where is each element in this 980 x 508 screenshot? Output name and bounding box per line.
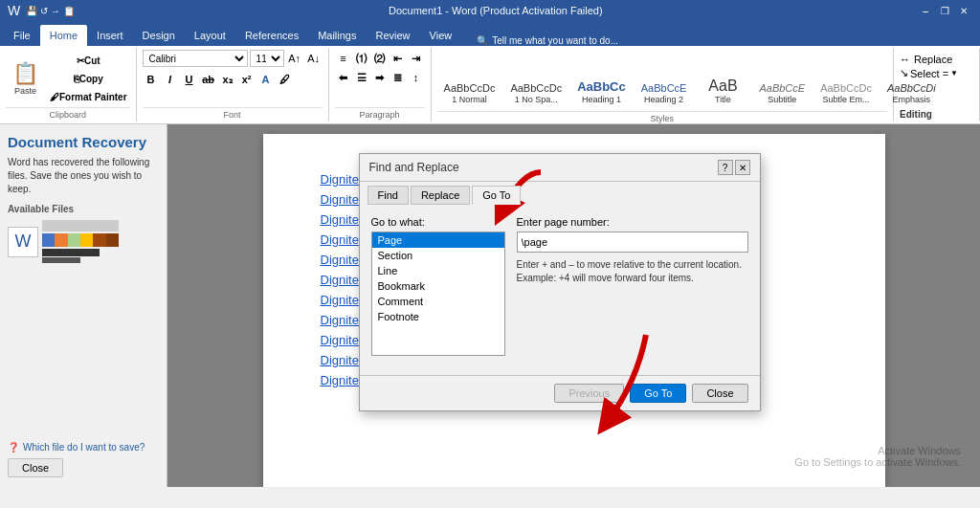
dialog-close-titlebar-button[interactable]: ✕	[735, 160, 750, 175]
dialog-help-button[interactable]: ?	[718, 160, 733, 175]
align-right-button[interactable]: ➡	[371, 69, 389, 86]
dialog-tab-goto[interactable]: Go To	[472, 186, 521, 205]
cut-button[interactable]: ✂ Cut	[47, 52, 130, 69]
find-replace-dialog: Find and Replace ? ✕ Find Replace Go To	[359, 153, 761, 411]
replace-icon: ↔	[900, 54, 910, 65]
style-subtitle-label: Subtitle	[768, 95, 796, 104]
increase-indent-button[interactable]: ⇥	[408, 50, 425, 67]
restore-button[interactable]: ❒	[936, 2, 953, 19]
goto-what-col: Go to what: Page Section Line Bookmark C…	[371, 216, 505, 356]
styles-group: AaBbCcDc 1 Normal AaBbCcDc 1 No Spa... A…	[432, 48, 894, 121]
text-color-button[interactable]: A	[257, 71, 275, 88]
dialog-titlebar-buttons[interactable]: ? ✕	[718, 160, 750, 175]
tab-review[interactable]: Review	[367, 25, 420, 46]
paste-button[interactable]: 📋 Paste	[6, 58, 45, 99]
help-link[interactable]: ❓ Which file do I want to save?	[8, 442, 159, 453]
font-name-select[interactable]: Calibri	[143, 50, 248, 67]
page-hint: Enter + and – to move relative to the cu…	[517, 258, 748, 285]
list-item-comment[interactable]: Comment	[372, 294, 504, 309]
dialog-tab-find[interactable]: Find	[368, 186, 409, 205]
style-subtle-em-label: Subtle Em...	[823, 95, 870, 104]
previous-button[interactable]: Previous	[554, 384, 624, 403]
close-dialog-button[interactable]: Close	[692, 384, 747, 403]
style-subtitle-preview: AaBbCcE	[759, 82, 805, 95]
replace-button[interactable]: ↔ Replace	[900, 54, 952, 65]
strikethrough-button[interactable]: ab	[200, 71, 217, 88]
styles-label: Styles	[437, 111, 887, 123]
styles-content: AaBbCcDc 1 Normal AaBbCcDc 1 No Spa... A…	[437, 50, 943, 111]
subscript-button[interactable]: x₂	[219, 71, 236, 88]
underline-button[interactable]: U	[181, 71, 198, 88]
select-dropdown-arrow: ▼	[950, 69, 958, 77]
watermark-line1: Activate Windows	[794, 445, 961, 456]
tab-view[interactable]: View	[420, 25, 462, 46]
font-size-select[interactable]: 11	[250, 50, 284, 67]
highlight-button[interactable]: 🖊	[277, 71, 294, 88]
select-button[interactable]: ↘ Select = ▼	[900, 67, 958, 79]
bold-button[interactable]: B	[143, 71, 160, 88]
dialog-titlebar: Find and Replace ? ✕	[360, 154, 760, 182]
style-subtle-em[interactable]: AaBbCcDc Subtle Em...	[813, 54, 879, 107]
bullets-button[interactable]: ≡	[335, 50, 352, 67]
window-title: Document1 - Word (Product Activation Fai…	[75, 5, 917, 16]
sidebar-description: Word has recovered the following files. …	[8, 156, 159, 196]
style-subtitle[interactable]: AaBbCcE Subtitle	[752, 54, 812, 107]
goto-list-box[interactable]: Page Section Line Bookmark Comment Footn…	[371, 232, 505, 356]
help-link-text: Which file do I want to save?	[23, 442, 145, 453]
list-item-section[interactable]: Section	[372, 248, 504, 263]
tab-mailings[interactable]: Mailings	[308, 25, 366, 46]
style-normal-label: 1 Normal	[452, 95, 487, 104]
watermark-line2: Go to Settings to activate Windows.	[794, 456, 961, 468]
style-subtle-em-preview: AaBbCcDc	[820, 82, 872, 95]
font-content: Calibri 11 A↑ A↓ B I U ab x₂ x² A 🖊	[143, 50, 323, 107]
tell-me-field[interactable]: Tell me what you want to do...	[492, 35, 618, 46]
copy-button[interactable]: ⎘ Copy	[47, 70, 130, 87]
tab-references[interactable]: References	[235, 25, 308, 46]
go-to-button[interactable]: Go To	[630, 384, 686, 403]
decrease-indent-button[interactable]: ⇤	[390, 50, 407, 67]
page-number-input[interactable]	[517, 232, 748, 253]
numbering-button[interactable]: ⑴	[353, 50, 370, 67]
italic-button[interactable]: I	[162, 71, 179, 88]
sidebar-close-button[interactable]: Close	[8, 458, 63, 477]
tab-file[interactable]: File	[4, 25, 40, 46]
window-controls[interactable]: ‒ ❒ ✕	[917, 2, 972, 19]
style-heading2[interactable]: AaBbCcE Heading 2	[635, 54, 694, 107]
line-spacing-button[interactable]: ↕	[408, 69, 425, 86]
style-heading2-preview: AaBbCcE	[641, 82, 687, 95]
help-icon: ❓	[8, 442, 19, 453]
tab-insert[interactable]: Insert	[87, 25, 133, 46]
select-icon: ↘	[900, 67, 908, 79]
align-center-button[interactable]: ☰	[353, 69, 370, 86]
main-area: Document Recovery Word has recovered the…	[0, 124, 980, 487]
list-item-footnote[interactable]: Footnote	[372, 309, 504, 324]
minimize-button[interactable]: ‒	[917, 2, 934, 19]
style-heading1-preview: AaBbCc	[577, 79, 626, 95]
file-content-bar2	[42, 257, 80, 263]
style-title[interactable]: AaB Title	[695, 54, 750, 107]
close-button[interactable]: ✕	[955, 2, 972, 19]
page-input-col: Enter page number: Enter + and – to move…	[517, 216, 748, 356]
superscript-button[interactable]: x²	[238, 71, 256, 88]
style-title-preview: AaB	[708, 77, 737, 95]
sidebar-file-item: W	[8, 220, 159, 263]
decrease-font-button[interactable]: A↓	[305, 50, 323, 67]
font-label: Font	[143, 107, 323, 120]
dialog-tab-replace[interactable]: Replace	[411, 186, 470, 205]
format-painter-button[interactable]: 🖌 Format Painter	[47, 88, 130, 105]
list-item-page[interactable]: Page	[372, 232, 504, 248]
increase-font-button[interactable]: A↑	[286, 50, 303, 67]
align-left-button[interactable]: ⬅	[335, 69, 352, 86]
tab-layout[interactable]: Layout	[185, 25, 235, 46]
list-item-bookmark[interactable]: Bookmark	[372, 278, 504, 294]
list-item-line[interactable]: Line	[372, 263, 504, 278]
tab-home[interactable]: Home	[40, 25, 87, 46]
style-heading1[interactable]: AaBbCc Heading 1	[570, 54, 633, 107]
file-icon: W	[8, 227, 38, 257]
style-title-label: Title	[715, 95, 731, 104]
style-no-spacing[interactable]: AaBbCcDc 1 No Spa...	[503, 54, 568, 107]
multilevel-button[interactable]: ⑵	[371, 50, 389, 67]
tab-design[interactable]: Design	[133, 25, 185, 46]
style-normal[interactable]: AaBbCcDc 1 Normal	[437, 54, 502, 107]
justify-button[interactable]: ≣	[390, 69, 407, 86]
